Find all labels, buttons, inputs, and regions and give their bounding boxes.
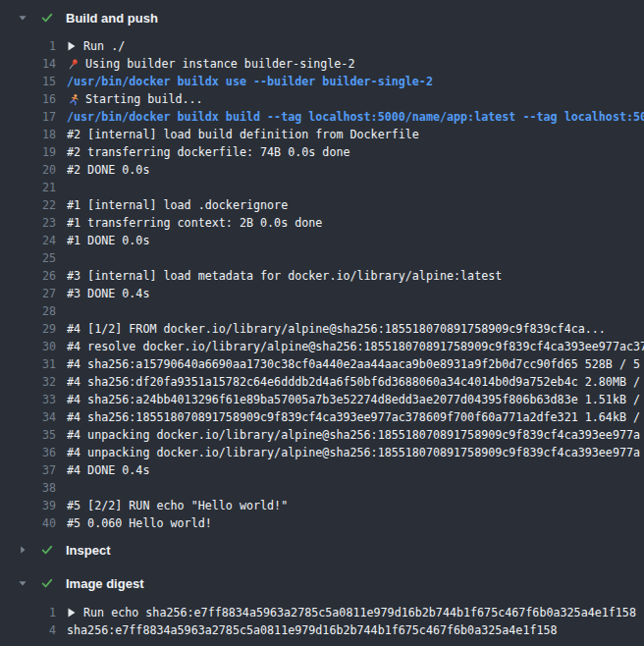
- line-number[interactable]: 18: [0, 126, 56, 143]
- log-line-content: /usr/bin/docker buildx use --builder bui…: [67, 73, 644, 90]
- line-number[interactable]: 29: [0, 320, 56, 338]
- log-line-text: /usr/bin/docker buildx build --tag local…: [67, 108, 644, 126]
- log-line-text: #4 sha256:a24bb4013296f61e89ba57005a7b3e…: [67, 391, 644, 408]
- log-line-text: #2 DONE 0.0s: [67, 161, 149, 179]
- check-icon: [37, 11, 57, 25]
- log-line: 37#4 DONE 0.4s: [0, 461, 644, 479]
- line-number[interactable]: 39: [0, 497, 56, 514]
- log-line: 20#2 DONE 0.0s: [0, 161, 644, 179]
- line-number[interactable]: 20: [0, 161, 56, 179]
- log-line: 4sha256:e7ff8834a5963a2785c5a0811e979d16…: [0, 621, 644, 639]
- line-number[interactable]: 34: [0, 408, 56, 426]
- log-line-content: #4 sha256:a15790640a6690aa1730c38cf0a440…: [67, 355, 644, 373]
- line-number[interactable]: 35: [0, 426, 56, 444]
- line-number[interactable]: 31: [0, 355, 56, 373]
- log-line-text: sha256:e7ff8834a5963a2785c5a0811e979d16b…: [67, 621, 558, 639]
- log-line-text: #4 [1/2] FROM docker.io/library/alpine@s…: [67, 320, 606, 338]
- log-line-content: #3 DONE 0.4s: [67, 285, 644, 302]
- log-line: 27#3 DONE 0.4s: [0, 285, 644, 302]
- log-line: 31#4 sha256:a15790640a6690aa1730c38cf0a4…: [0, 355, 644, 373]
- line-number[interactable]: 19: [0, 143, 56, 161]
- section-header[interactable]: Inspect: [0, 540, 644, 560]
- chevron-right-icon[interactable]: [15, 545, 30, 555]
- section-log-lines: 1Run echo sha256:e7ff8834a5963a2785c5a08…: [0, 604, 644, 639]
- log-line: 1Run ./: [0, 37, 644, 55]
- log-line: 28: [0, 302, 644, 320]
- line-number[interactable]: 14: [0, 55, 56, 73]
- line-number[interactable]: 30: [0, 338, 56, 355]
- log-line-content: #4 resolve docker.io/library/alpine@sha2…: [67, 338, 644, 355]
- check-icon: [37, 543, 57, 557]
- log-line: 19#2 transferring dockerfile: 74B 0.0s d…: [0, 143, 644, 161]
- line-number[interactable]: 33: [0, 391, 56, 408]
- log-line-content: #4 sha256:a24bb4013296f61e89ba57005a7b3e…: [67, 391, 644, 408]
- log-line: 36#4 unpacking docker.io/library/alpine@…: [0, 444, 644, 461]
- log-line-content: Run echo sha256:e7ff8834a5963a2785c5a081…: [67, 604, 644, 621]
- play-icon[interactable]: [68, 41, 76, 51]
- line-number[interactable]: 4: [0, 621, 56, 639]
- log-line: 39#5 [2/2] RUN echo "Hello world!": [0, 497, 644, 514]
- line-number[interactable]: 38: [0, 479, 56, 497]
- line-number[interactable]: 23: [0, 214, 56, 232]
- log-line-content: #2 [internal] load build definition from…: [67, 126, 644, 143]
- line-number[interactable]: 22: [0, 196, 56, 214]
- line-number[interactable]: 17: [0, 108, 56, 126]
- line-number[interactable]: 16: [0, 90, 56, 108]
- log-line-content: [67, 179, 644, 196]
- log-line: 29#4 [1/2] FROM docker.io/library/alpine…: [0, 320, 644, 338]
- section-title: Build and push: [66, 11, 158, 26]
- section-title: Image digest: [66, 576, 143, 591]
- log-line-text: #4 sha256:df20fa9351a15782c64e6dddb2d4a6…: [67, 373, 644, 391]
- log-line-content: #4 unpacking docker.io/library/alpine@sh…: [67, 444, 644, 461]
- log-line: 1Run echo sha256:e7ff8834a5963a2785c5a08…: [0, 604, 644, 621]
- line-number[interactable]: 40: [0, 514, 56, 532]
- line-number[interactable]: 32: [0, 373, 56, 391]
- actions-log: Build and push1Run ./14Using builder ins…: [0, 0, 644, 639]
- line-number[interactable]: 24: [0, 232, 56, 249]
- line-number[interactable]: 28: [0, 302, 56, 320]
- log-section: Inspect: [0, 540, 644, 560]
- line-number[interactable]: 21: [0, 179, 56, 196]
- runner-icon: [67, 93, 80, 106]
- log-line-content: #1 DONE 0.0s: [67, 232, 644, 249]
- log-line-text: Run echo sha256:e7ff8834a5963a2785c5a081…: [83, 604, 636, 621]
- play-icon[interactable]: [68, 608, 76, 618]
- log-line: 24#1 DONE 0.0s: [0, 232, 644, 249]
- log-line: 40#5 0.060 Hello world!: [0, 514, 644, 532]
- log-section: Image digest1Run echo sha256:e7ff8834a59…: [0, 573, 644, 639]
- log-line-content: #1 transferring context: 2B 0.0s done: [67, 214, 644, 232]
- log-line-content: #2 transferring dockerfile: 74B 0.0s don…: [67, 143, 644, 161]
- section-header[interactable]: Build and push: [0, 8, 644, 27]
- line-number[interactable]: 25: [0, 249, 56, 267]
- log-line-content: #2 DONE 0.0s: [67, 161, 644, 179]
- log-line-text: #4 sha256:a15790640a6690aa1730c38cf0a440…: [67, 355, 640, 373]
- log-line-content: #1 [internal] load .dockerignore: [67, 196, 644, 214]
- line-number[interactable]: 15: [0, 73, 56, 90]
- log-line-text: #4 sha256:185518070891758909c9f839cf4ca3…: [67, 408, 644, 426]
- log-line-text: #3 [internal] load metadata for docker.i…: [67, 267, 502, 285]
- line-number[interactable]: 36: [0, 444, 56, 461]
- log-line: 15/usr/bin/docker buildx use --builder b…: [0, 73, 644, 90]
- log-line-text: #4 DONE 0.4s: [67, 461, 149, 479]
- line-number[interactable]: 37: [0, 461, 56, 479]
- log-line-text: #4 resolve docker.io/library/alpine@sha2…: [67, 338, 644, 355]
- log-line-content: [67, 479, 644, 497]
- log-line-content: #4 unpacking docker.io/library/alpine@sh…: [67, 426, 644, 444]
- log-line: 23#1 transferring context: 2B 0.0s done: [0, 214, 644, 232]
- line-number[interactable]: 27: [0, 285, 56, 302]
- chevron-down-icon[interactable]: [15, 578, 30, 588]
- line-number[interactable]: 1: [0, 604, 56, 621]
- log-line-content: /usr/bin/docker buildx build --tag local…: [67, 108, 644, 126]
- log-line: 33#4 sha256:a24bb4013296f61e89ba57005a7b…: [0, 391, 644, 408]
- log-line-content: #4 DONE 0.4s: [67, 461, 644, 479]
- line-number[interactable]: 1: [0, 37, 56, 55]
- log-section: Build and push1Run ./14Using builder ins…: [0, 8, 644, 532]
- section-title: Inspect: [66, 543, 111, 558]
- line-number[interactable]: 26: [0, 267, 56, 285]
- log-line-text: #1 [internal] load .dockerignore: [67, 196, 288, 214]
- log-line-content: #4 sha256:185518070891758909c9f839cf4ca3…: [67, 408, 644, 426]
- log-line: 17/usr/bin/docker buildx build --tag loc…: [0, 108, 644, 126]
- section-header[interactable]: Image digest: [0, 573, 644, 593]
- log-line-text: #5 0.060 Hello world!: [67, 514, 212, 532]
- chevron-down-icon[interactable]: [15, 13, 30, 23]
